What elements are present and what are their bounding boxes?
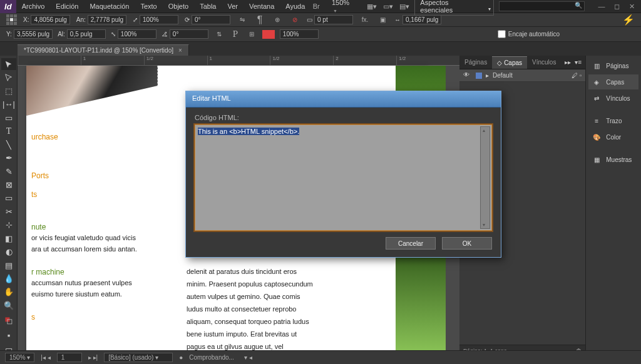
body-text[interactable]: aliquam, consequat torqueo patria ludus — [187, 317, 309, 327]
heading[interactable]: ts — [31, 190, 37, 200]
heading[interactable]: r machine — [31, 267, 64, 278]
rectangle-tool[interactable]: ▭ — [1, 192, 16, 204]
heading[interactable]: Ports — [31, 171, 49, 181]
hand-tool[interactable]: ✋ — [1, 286, 16, 298]
rectangle-frame-tool[interactable]: ⊠ — [1, 179, 16, 191]
heading[interactable]: s — [31, 312, 35, 323]
panel-collapse-icon[interactable]: ▸▸ — [565, 59, 571, 66]
dialog-titlebar[interactable]: Editar HTML — [186, 91, 501, 108]
y-field[interactable]: 3,5556 pulg — [14, 29, 53, 39]
preset-field[interactable]: [Básico] (usado) ▾ — [104, 353, 173, 362]
zoom-tool[interactable]: 🔍 — [1, 300, 16, 311]
eyedropper-tool[interactable]: 💧 — [1, 273, 16, 285]
direct-selection-tool[interactable] — [1, 71, 16, 83]
stroke-field[interactable]: 0 pt — [314, 15, 353, 24]
iconbar-capas[interactable]: ◈Capas — [588, 74, 638, 89]
placed-image-top[interactable] — [26, 66, 158, 116]
view-options-icon[interactable]: ▦▾ — [366, 1, 377, 12]
close-button[interactable]: ✕ — [626, 2, 637, 11]
align-icon[interactable]: ⊕ — [272, 14, 283, 26]
scalex-field[interactable]: 100% — [140, 15, 178, 24]
search-input[interactable] — [499, 1, 585, 11]
arrange-icon[interactable]: ▤▾ — [399, 1, 410, 12]
paragraph-icon[interactable]: ¶ — [254, 14, 265, 26]
next-spread-icon[interactable]: ▸ ▸| — [88, 354, 98, 361]
html-code-textarea[interactable]: This is an <b>HTML snippet</b>. — [195, 124, 492, 231]
cancel-button[interactable]: Cancelar — [386, 237, 436, 250]
distribute-icon[interactable]: ⊞ — [246, 29, 257, 40]
auto-fit-checkbox[interactable]: Encaje automático — [498, 30, 560, 38]
x-field[interactable]: 4,8056 pulg — [31, 15, 69, 24]
apply-color[interactable]: ▪ — [1, 330, 16, 341]
heading[interactable]: nute — [31, 222, 46, 233]
panel-tab-vinculos[interactable]: Vínculos — [527, 56, 561, 68]
body-text[interactable]: accumsan nutus praesent vulpes — [31, 278, 132, 288]
quick-apply-icon[interactable]: ⚡ — [622, 14, 635, 26]
menu-ver[interactable]: Ver — [222, 1, 244, 12]
free-transform-tool[interactable]: ⊹ — [1, 219, 16, 231]
w-field[interactable]: 2,7778 pulg — [88, 15, 126, 24]
iconbar-paginas[interactable]: ▥Páginas — [588, 58, 638, 73]
bridge-icon[interactable]: Br — [310, 1, 322, 12]
zoom-display[interactable]: 150% ▼ — [327, 0, 361, 16]
pencil-tool[interactable]: ✎ — [1, 165, 16, 177]
opacity-field[interactable]: 100% — [280, 29, 319, 39]
menu-edicion[interactable]: Edición — [50, 1, 84, 12]
textarea-scrollbar[interactable] — [480, 126, 490, 229]
preflight-status[interactable]: Comprobando... — [189, 354, 234, 361]
menu-archivo[interactable]: Archivo — [16, 1, 51, 12]
menu-ayuda[interactable]: Ayuda — [280, 1, 310, 12]
gap-tool[interactable]: |↔| — [1, 98, 16, 110]
menu-tabla[interactable]: Tabla — [194, 1, 222, 12]
type-tool[interactable]: T — [1, 125, 16, 137]
menu-texto[interactable]: Texto — [135, 1, 162, 12]
gradient-feather-tool[interactable]: ◐ — [1, 246, 16, 258]
body-text[interactable]: minim. Praesent populus captosecundum — [187, 280, 313, 290]
scissors-tool[interactable]: ✂ — [1, 206, 16, 218]
iconbar-vinculos[interactable]: ⇄Vínculos — [588, 91, 638, 106]
iconbar-muestras[interactable]: ▦Muestras — [588, 152, 638, 167]
body-text[interactable]: euismo turere siustum eatum. — [31, 290, 122, 300]
gradient-swatch-tool[interactable]: ◧ — [1, 232, 16, 244]
fx-icon[interactable]: fx. — [359, 14, 371, 26]
iconbar-color[interactable]: 🎨Color — [588, 129, 638, 144]
page-tool[interactable]: ⬚ — [1, 85, 16, 97]
pen-tool[interactable]: ✒ — [1, 152, 16, 164]
layer-name[interactable]: Default — [493, 72, 513, 79]
menu-objeto[interactable]: Objeto — [163, 1, 194, 12]
body-text[interactable]: delenit at paratus duis tincidunt eros — [187, 267, 297, 277]
wrap-icon[interactable]: ▣ — [377, 14, 388, 26]
workspace-switcher[interactable]: Aspectos esenciales — [414, 0, 493, 16]
pen-target-icon[interactable]: 🖊 ▫ — [572, 72, 582, 79]
layer-row[interactable]: 👁 ▸ Default 🖊 ▫ — [459, 69, 585, 82]
iconbar-trazo[interactable]: ≡Trazo — [588, 113, 638, 128]
screen-mode-icon[interactable]: ▭▾ — [382, 1, 394, 12]
heading[interactable]: urchase — [31, 132, 58, 143]
scaley-field[interactable]: 100% — [118, 29, 156, 39]
body-text[interactable]: ara ut accumsan lorem sidu antan. — [31, 245, 137, 255]
h-field[interactable]: 0,5 pulg — [67, 29, 106, 39]
selection-tool[interactable] — [1, 58, 16, 70]
menu-ventana[interactable]: Ventana — [244, 1, 280, 12]
prev-spread-icon[interactable]: |◂ ◂ — [41, 354, 50, 361]
flip-h-icon[interactable]: ⇋ — [237, 14, 248, 26]
page-field[interactable]: 1 — [57, 353, 82, 362]
gutter-field[interactable]: 0,1667 pulg — [403, 15, 441, 24]
maximize-button[interactable]: ◻ — [611, 2, 622, 11]
panel-tab-capas[interactable]: ◇Capas — [492, 56, 527, 69]
flip-v-icon[interactable]: ⇅ — [213, 29, 225, 40]
p-icon[interactable]: P — [230, 29, 241, 40]
line-tool[interactable]: ╲ — [1, 139, 16, 151]
zoom-level[interactable]: 150% ▾ — [5, 353, 34, 362]
rotate-field[interactable]: 0° — [192, 15, 230, 24]
fill-stroke-swap[interactable] — [1, 313, 16, 328]
effects-icon[interactable]: ⊘ — [289, 14, 300, 26]
body-text[interactable]: ludus multo at consectetuer reprobo — [187, 305, 297, 315]
minimize-button[interactable]: — — [596, 2, 607, 11]
note-tool[interactable]: ▤ — [1, 259, 16, 271]
stroke-type-icon[interactable] — [262, 30, 275, 39]
visibility-icon[interactable]: 👁 — [463, 71, 472, 80]
panel-tab-paginas[interactable]: Páginas — [459, 56, 492, 68]
panel-menu-icon[interactable]: ▾≡ — [575, 59, 582, 66]
document-tab[interactable]: *TC9990801-LAYOUT-P11.indd @ 150% [Conve… — [18, 44, 189, 56]
